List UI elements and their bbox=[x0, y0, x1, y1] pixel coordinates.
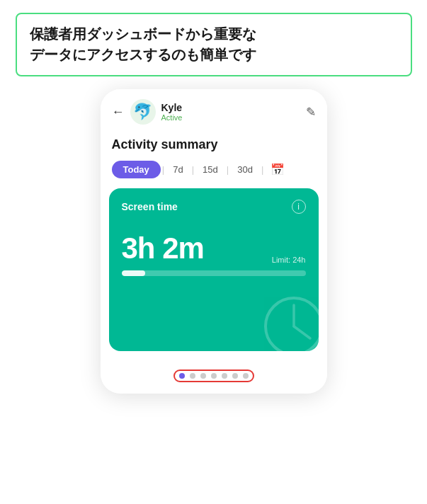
calendar-icon[interactable]: 📅 bbox=[265, 159, 290, 180]
svg-line-2 bbox=[294, 326, 310, 338]
user-status: Active bbox=[161, 113, 183, 122]
user-info: Kyle Active bbox=[161, 102, 183, 122]
separator-1: | bbox=[162, 164, 164, 175]
card-header: Screen time i bbox=[122, 200, 306, 214]
dot-2[interactable] bbox=[190, 373, 195, 379]
filter-tabs: Today | 7d | 15d | 30d | 📅 bbox=[101, 159, 327, 188]
page-title-section: Activity summary bbox=[101, 130, 327, 159]
dots-wrapper bbox=[173, 370, 254, 382]
avatar-image: 🐬 bbox=[133, 103, 152, 121]
edit-button[interactable]: ✎ bbox=[306, 105, 316, 120]
phone-shell: ← 🐬 Kyle Active ✎ Activity summary Today… bbox=[101, 89, 327, 394]
dot-4[interactable] bbox=[211, 373, 217, 379]
separator-4: | bbox=[261, 164, 263, 175]
header-left: ← 🐬 Kyle Active bbox=[112, 99, 183, 125]
clock-decoration bbox=[262, 294, 319, 351]
screen-time-card: Screen time i 3h 2m Limit: 24h bbox=[109, 188, 319, 351]
bottom-dots bbox=[101, 360, 327, 394]
phone-header: ← 🐬 Kyle Active ✎ bbox=[101, 89, 327, 130]
dot-3[interactable] bbox=[200, 373, 206, 379]
banner-text: 保護者用ダッシュボードから重要な データにアクセスするのも簡単です bbox=[30, 24, 398, 65]
dot-6[interactable] bbox=[232, 373, 238, 379]
card-title: Screen time bbox=[122, 201, 178, 212]
dot-1[interactable] bbox=[179, 373, 185, 379]
tab-15d[interactable]: 15d bbox=[195, 161, 225, 178]
avatar: 🐬 bbox=[130, 99, 156, 125]
separator-2: | bbox=[192, 164, 194, 175]
info-icon[interactable]: i bbox=[292, 200, 306, 214]
tab-7d[interactable]: 7d bbox=[166, 161, 190, 178]
user-name: Kyle bbox=[161, 102, 183, 113]
top-banner: 保護者用ダッシュボードから重要な データにアクセスするのも簡単です bbox=[16, 13, 412, 76]
page-title: Activity summary bbox=[112, 137, 218, 151]
progress-bar-fill bbox=[122, 270, 146, 276]
tab-today[interactable]: Today bbox=[112, 161, 161, 178]
separator-3: | bbox=[227, 164, 229, 175]
limit-text: Limit: 24h bbox=[272, 256, 306, 264]
tab-30d[interactable]: 30d bbox=[230, 161, 260, 178]
progress-bar bbox=[122, 270, 306, 276]
dot-5[interactable] bbox=[222, 373, 227, 379]
dot-7[interactable] bbox=[243, 373, 249, 379]
back-button[interactable]: ← bbox=[112, 105, 125, 120]
svg-point-0 bbox=[266, 298, 319, 351]
